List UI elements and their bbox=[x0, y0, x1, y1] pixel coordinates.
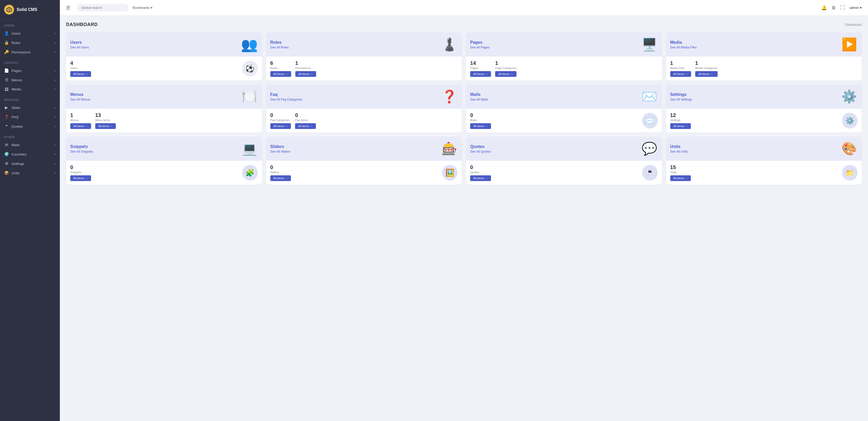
breadcrumb: Dashboard bbox=[845, 23, 862, 27]
section-label-modules: MODULES bbox=[0, 94, 60, 103]
card-subtitle-units: See All Units bbox=[670, 150, 688, 153]
chevron-down-icon: ▾ bbox=[54, 125, 56, 128]
notification-icon[interactable]: 🔔 bbox=[821, 5, 827, 11]
permissions-all-items-button[interactable]: All Items → bbox=[295, 71, 316, 77]
faq-cats-all-items-button[interactable]: All items → bbox=[270, 123, 291, 129]
page-cats-all-items-button[interactable]: All Items → bbox=[495, 71, 517, 77]
card-title-snippets: Snippets bbox=[70, 144, 93, 149]
card-mails: Mails See All Mails ✉️ 0 Mails All items… bbox=[466, 85, 662, 133]
countries-icon: 🌍 bbox=[4, 152, 9, 157]
media-cats-label: Media Categories bbox=[695, 66, 718, 69]
menus-icon: ☰ bbox=[4, 78, 9, 82]
card-users: Users See All Users 👥 4 Users All Items … bbox=[66, 33, 262, 81]
faq-cats-label: Faq Categories bbox=[270, 118, 291, 122]
snippets-card-icon: 💻 bbox=[241, 140, 258, 157]
sliders-card-icon: 🎰 bbox=[441, 140, 458, 157]
sliders-count: 0 bbox=[270, 164, 291, 170]
faq-cats-count: 0 bbox=[270, 112, 291, 118]
sliders-all-items-button[interactable]: All items → bbox=[270, 175, 291, 181]
search-input[interactable] bbox=[76, 4, 128, 11]
menu-items-all-items-button[interactable]: All items → bbox=[95, 123, 116, 129]
settings-all-items-button[interactable]: All items → bbox=[670, 123, 691, 129]
card-title-media: Media bbox=[670, 40, 697, 45]
card-title-settings: Settings bbox=[670, 92, 692, 97]
faq-items-all-items-button[interactable]: All items → bbox=[295, 123, 316, 129]
sidebar-item-mails[interactable]: ✉Mails ▾ bbox=[0, 140, 60, 149]
sidebar-item-countries[interactable]: 🌍Countries ▾ bbox=[0, 149, 60, 159]
card-snippets: Snippets See All Snippets 💻 0 Snippets A… bbox=[66, 137, 262, 185]
menus-all-items-button[interactable]: All items → bbox=[70, 123, 91, 129]
sidebar: S Solid CMS USERS 👤Users ▾ 🔒Roles ▾ 🔑Per… bbox=[0, 0, 60, 421]
snippets-count: 0 bbox=[70, 164, 91, 170]
bookmarks-button[interactable]: Bookmarks ▾ bbox=[133, 6, 152, 10]
media-files-all-items-button[interactable]: All Items → bbox=[670, 71, 691, 77]
sidebar-item-menus[interactable]: ☰Menus ▾ bbox=[0, 75, 60, 85]
chevron-down-icon: ▾ bbox=[54, 172, 56, 174]
units-all-items-button[interactable]: All items → bbox=[670, 175, 691, 181]
faq-items-label: Faq Items bbox=[295, 118, 316, 122]
card-subtitle-settings: See All Settings bbox=[670, 98, 692, 101]
page-cats-count: 1 bbox=[495, 60, 517, 66]
units-card-icon: 🎨 bbox=[841, 140, 858, 157]
quotes-all-items-button[interactable]: All items → bbox=[470, 175, 491, 181]
sidebar-item-pages[interactable]: 📄Pages ▾ bbox=[0, 66, 60, 75]
sidebar-item-settings[interactable]: ⚙Settings ▾ bbox=[0, 159, 60, 168]
chevron-down-icon: ▾ bbox=[54, 88, 56, 91]
card-body-sliders: 0 Sliders All items → 🖼️ bbox=[266, 161, 462, 185]
users-all-items-button[interactable]: All Items → bbox=[70, 71, 91, 77]
pages-all-items-button[interactable]: All Items → bbox=[470, 71, 491, 77]
card-body-settings: 12 Settings All items → ⚙️ bbox=[666, 109, 862, 133]
sidebar-item-faq[interactable]: ❓FAQ ▾ bbox=[0, 112, 60, 122]
menus-card-icon: 🍽️ bbox=[241, 88, 258, 105]
quotes-count: 0 bbox=[470, 164, 491, 170]
sidebar-item-roles[interactable]: 🔒Roles ▾ bbox=[0, 38, 60, 48]
pages-count: 14 bbox=[470, 60, 491, 66]
chevron-down-icon: ▾ bbox=[54, 32, 56, 35]
sidebar-item-users[interactable]: 👤Users ▾ bbox=[0, 29, 60, 38]
card-body-snippets: 0 Snippets All items → 🧩 bbox=[66, 161, 262, 185]
sidebar-item-permissions[interactable]: 🔑Permissions ▾ bbox=[0, 48, 60, 57]
sidebar-item-units[interactable]: 📦Units ▾ bbox=[0, 168, 60, 178]
pages-icon: 📄 bbox=[4, 68, 9, 73]
card-body-mails: 0 Mails All items → ✉️ bbox=[466, 109, 662, 133]
hamburger-button[interactable]: ☰ bbox=[66, 5, 70, 11]
card-header-menus: Menus See All Menus 🍽️ bbox=[66, 85, 262, 109]
card-header-settings: Settings See All Settings ⚙️ bbox=[666, 85, 862, 109]
sidebar-item-slider[interactable]: ▶Slider ▾ bbox=[0, 103, 60, 112]
snippets-all-items-button[interactable]: All items → bbox=[70, 175, 91, 181]
settings-count: 12 bbox=[670, 112, 691, 118]
mails-all-items-button[interactable]: All items → bbox=[470, 123, 491, 129]
card-subtitle-menus: See All Menus bbox=[70, 98, 90, 101]
settings-icon: ⚙ bbox=[4, 161, 9, 166]
settings-card-icon: ⚙️ bbox=[841, 88, 858, 105]
admin-menu[interactable]: admin ▾ bbox=[850, 6, 862, 10]
sidebar-item-quotes[interactable]: ❝Quotes ▾ bbox=[0, 122, 60, 131]
gear-icon[interactable]: ⚙ bbox=[832, 5, 836, 11]
roles-all-items-button[interactable]: All Items → bbox=[270, 71, 291, 77]
menu-items-count: 13 bbox=[95, 112, 116, 118]
card-faq: Faq See All Faq Categories ❓ 0 Faq Categ… bbox=[266, 85, 462, 133]
card-subtitle-pages: See All Pages bbox=[470, 46, 490, 49]
brand-logo: S bbox=[4, 5, 14, 15]
mails-body-icon: ✉️ bbox=[642, 113, 658, 129]
card-subtitle-roles: See All Roles bbox=[270, 46, 289, 49]
sidebar-brand: S Solid CMS bbox=[0, 0, 60, 20]
chevron-down-icon: ▾ bbox=[54, 162, 56, 165]
users-body-icon: ⚽ bbox=[242, 61, 258, 76]
slider-icon: ▶ bbox=[4, 105, 9, 110]
brand-name: Solid CMS bbox=[17, 7, 37, 12]
fullscreen-icon[interactable]: ⛶ bbox=[840, 5, 845, 10]
media-cats-all-items-button[interactable]: All Items → bbox=[695, 71, 718, 77]
media-files-count: 1 bbox=[670, 60, 691, 66]
card-body-users: 4 Users All Items → ⚽ bbox=[66, 57, 262, 81]
page-title: DASHBOARD bbox=[66, 22, 98, 27]
card-header-pages: Pages See All Pages 🖥️ bbox=[466, 33, 662, 57]
svg-text:S: S bbox=[8, 8, 10, 11]
chevron-down-icon: ▾ bbox=[54, 153, 56, 156]
permissions-count: 1 bbox=[295, 60, 316, 66]
sidebar-item-media[interactable]: 🖼Media ▾ bbox=[0, 85, 60, 94]
mails-icon: ✉ bbox=[4, 142, 9, 147]
card-units: Units See All Units 🎨 15 Units All items… bbox=[666, 137, 862, 185]
quotes-body-icon: ❝ bbox=[642, 165, 658, 180]
chevron-down-icon: ▾ bbox=[54, 116, 56, 118]
